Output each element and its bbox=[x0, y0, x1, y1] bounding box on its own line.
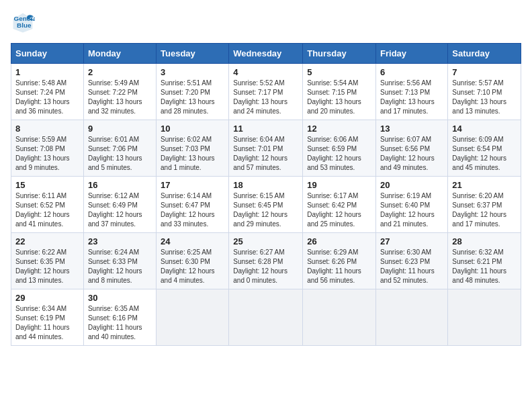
week-row-2: 8Sunrise: 5:59 AMSunset: 7:08 PMDaylight… bbox=[11, 120, 521, 177]
day-content: Sunrise: 6:17 AMSunset: 6:42 PMDaylight:… bbox=[307, 191, 371, 229]
day-number: 26 bbox=[307, 236, 371, 246]
column-header-wednesday: Wednesday bbox=[229, 44, 303, 64]
day-number: 7 bbox=[452, 67, 517, 77]
calendar-cell bbox=[376, 289, 448, 346]
day-number: 15 bbox=[15, 180, 79, 190]
day-content: Sunrise: 6:30 AMSunset: 6:23 PMDaylight:… bbox=[380, 248, 443, 285]
calendar-cell: 10Sunrise: 6:02 AMSunset: 7:03 PMDayligh… bbox=[157, 120, 229, 177]
calendar-cell: 16Sunrise: 6:12 AMSunset: 6:49 PMDayligh… bbox=[83, 177, 156, 233]
column-header-tuesday: Tuesday bbox=[157, 44, 229, 64]
calendar-cell: 30Sunrise: 6:35 AMSunset: 6:16 PMDayligh… bbox=[83, 289, 156, 346]
day-content: Sunrise: 5:59 AMSunset: 7:08 PMDaylight:… bbox=[15, 135, 79, 173]
calendar-table: SundayMondayTuesdayWednesdayThursdayFrid… bbox=[11, 43, 521, 346]
day-number: 19 bbox=[307, 180, 371, 190]
day-content: Sunrise: 6:20 AMSunset: 6:37 PMDaylight:… bbox=[452, 191, 517, 229]
calendar-cell: 24Sunrise: 6:25 AMSunset: 6:30 PMDayligh… bbox=[157, 233, 229, 289]
day-number: 5 bbox=[307, 67, 371, 77]
calendar-cell: 29Sunrise: 6:34 AMSunset: 6:19 PMDayligh… bbox=[11, 289, 84, 346]
day-number: 10 bbox=[161, 124, 224, 134]
day-content: Sunrise: 6:02 AMSunset: 7:03 PMDaylight:… bbox=[161, 135, 224, 173]
day-content: Sunrise: 6:19 AMSunset: 6:40 PMDaylight:… bbox=[380, 191, 443, 229]
day-number: 25 bbox=[233, 236, 298, 246]
calendar-cell: 2Sunrise: 5:49 AMSunset: 7:22 PMDaylight… bbox=[83, 64, 156, 120]
day-content: Sunrise: 5:56 AMSunset: 7:13 PMDaylight:… bbox=[380, 79, 443, 116]
calendar-cell: 28Sunrise: 6:32 AMSunset: 6:21 PMDayligh… bbox=[448, 233, 521, 289]
day-content: Sunrise: 6:01 AMSunset: 7:06 PMDaylight:… bbox=[88, 135, 152, 173]
calendar-header-row: SundayMondayTuesdayWednesdayThursdayFrid… bbox=[11, 44, 521, 64]
day-number: 16 bbox=[88, 180, 152, 190]
day-number: 8 bbox=[15, 124, 79, 134]
calendar-cell: 20Sunrise: 6:19 AMSunset: 6:40 PMDayligh… bbox=[376, 177, 448, 233]
day-content: Sunrise: 6:12 AMSunset: 6:49 PMDaylight:… bbox=[88, 191, 152, 229]
day-number: 6 bbox=[380, 67, 443, 77]
day-number: 11 bbox=[233, 124, 298, 134]
day-content: Sunrise: 6:04 AMSunset: 7:01 PMDaylight:… bbox=[233, 135, 298, 173]
calendar-cell: 9Sunrise: 6:01 AMSunset: 7:06 PMDaylight… bbox=[83, 120, 156, 177]
calendar-cell: 23Sunrise: 6:24 AMSunset: 6:33 PMDayligh… bbox=[83, 233, 156, 289]
calendar-cell: 15Sunrise: 6:11 AMSunset: 6:52 PMDayligh… bbox=[11, 177, 84, 233]
day-number: 4 bbox=[233, 67, 298, 77]
day-content: Sunrise: 6:15 AMSunset: 6:45 PMDaylight:… bbox=[233, 191, 298, 229]
day-number: 3 bbox=[161, 67, 224, 77]
day-content: Sunrise: 6:32 AMSunset: 6:21 PMDaylight:… bbox=[452, 248, 517, 285]
calendar-cell: 3Sunrise: 5:51 AMSunset: 7:20 PMDaylight… bbox=[157, 64, 229, 120]
day-content: Sunrise: 5:51 AMSunset: 7:20 PMDaylight:… bbox=[161, 79, 224, 116]
calendar-cell: 18Sunrise: 6:15 AMSunset: 6:45 PMDayligh… bbox=[229, 177, 303, 233]
day-content: Sunrise: 6:07 AMSunset: 6:56 PMDaylight:… bbox=[380, 135, 443, 173]
calendar-cell bbox=[303, 289, 376, 346]
day-number: 12 bbox=[307, 124, 371, 134]
week-row-4: 22Sunrise: 6:22 AMSunset: 6:35 PMDayligh… bbox=[11, 233, 521, 289]
day-number: 30 bbox=[88, 293, 152, 303]
day-content: Sunrise: 6:06 AMSunset: 6:59 PMDaylight:… bbox=[307, 135, 371, 173]
calendar-cell: 12Sunrise: 6:06 AMSunset: 6:59 PMDayligh… bbox=[303, 120, 376, 177]
column-header-monday: Monday bbox=[83, 44, 156, 64]
header: General Blue bbox=[11, 11, 521, 35]
calendar-cell: 21Sunrise: 6:20 AMSunset: 6:37 PMDayligh… bbox=[448, 177, 521, 233]
day-number: 1 bbox=[15, 67, 79, 77]
day-number: 20 bbox=[380, 180, 443, 190]
day-content: Sunrise: 6:35 AMSunset: 6:16 PMDaylight:… bbox=[88, 304, 152, 342]
svg-text:Blue: Blue bbox=[17, 21, 32, 29]
column-header-friday: Friday bbox=[376, 44, 448, 64]
day-content: Sunrise: 5:54 AMSunset: 7:15 PMDaylight:… bbox=[307, 79, 371, 116]
day-number: 21 bbox=[452, 180, 517, 190]
day-number: 29 bbox=[15, 293, 79, 303]
day-content: Sunrise: 5:57 AMSunset: 7:10 PMDaylight:… bbox=[452, 79, 517, 116]
column-header-thursday: Thursday bbox=[303, 44, 376, 64]
day-number: 9 bbox=[88, 124, 152, 134]
day-number: 24 bbox=[161, 236, 224, 246]
calendar-cell: 8Sunrise: 5:59 AMSunset: 7:08 PMDaylight… bbox=[11, 120, 84, 177]
day-content: Sunrise: 6:29 AMSunset: 6:26 PMDaylight:… bbox=[307, 248, 371, 285]
calendar-cell: 6Sunrise: 5:56 AMSunset: 7:13 PMDaylight… bbox=[376, 64, 448, 120]
day-content: Sunrise: 5:49 AMSunset: 7:22 PMDaylight:… bbox=[88, 79, 152, 116]
calendar-cell: 27Sunrise: 6:30 AMSunset: 6:23 PMDayligh… bbox=[376, 233, 448, 289]
day-number: 17 bbox=[161, 180, 224, 190]
day-number: 13 bbox=[380, 124, 443, 134]
day-number: 2 bbox=[88, 67, 152, 77]
calendar-cell: 14Sunrise: 6:09 AMSunset: 6:54 PMDayligh… bbox=[448, 120, 521, 177]
calendar-cell bbox=[157, 289, 229, 346]
day-number: 28 bbox=[452, 236, 517, 246]
calendar-cell: 4Sunrise: 5:52 AMSunset: 7:17 PMDaylight… bbox=[229, 64, 303, 120]
day-content: Sunrise: 5:48 AMSunset: 7:24 PMDaylight:… bbox=[15, 79, 79, 116]
day-content: Sunrise: 6:27 AMSunset: 6:28 PMDaylight:… bbox=[233, 248, 298, 285]
calendar-cell bbox=[229, 289, 303, 346]
calendar-cell: 26Sunrise: 6:29 AMSunset: 6:26 PMDayligh… bbox=[303, 233, 376, 289]
logo-icon: General Blue bbox=[11, 11, 35, 35]
column-header-saturday: Saturday bbox=[448, 44, 521, 64]
day-content: Sunrise: 6:24 AMSunset: 6:33 PMDaylight:… bbox=[88, 248, 152, 285]
day-number: 23 bbox=[88, 236, 152, 246]
column-header-sunday: Sunday bbox=[11, 44, 84, 64]
calendar-cell: 7Sunrise: 5:57 AMSunset: 7:10 PMDaylight… bbox=[448, 64, 521, 120]
day-content: Sunrise: 5:52 AMSunset: 7:17 PMDaylight:… bbox=[233, 79, 298, 116]
day-number: 22 bbox=[15, 236, 79, 246]
day-content: Sunrise: 6:14 AMSunset: 6:47 PMDaylight:… bbox=[161, 191, 224, 229]
day-content: Sunrise: 6:34 AMSunset: 6:19 PMDaylight:… bbox=[15, 304, 79, 342]
calendar-cell: 19Sunrise: 6:17 AMSunset: 6:42 PMDayligh… bbox=[303, 177, 376, 233]
day-number: 18 bbox=[233, 180, 298, 190]
calendar-cell bbox=[448, 289, 521, 346]
day-content: Sunrise: 6:11 AMSunset: 6:52 PMDaylight:… bbox=[15, 191, 79, 229]
calendar-cell: 17Sunrise: 6:14 AMSunset: 6:47 PMDayligh… bbox=[157, 177, 229, 233]
day-number: 27 bbox=[380, 236, 443, 246]
week-row-5: 29Sunrise: 6:34 AMSunset: 6:19 PMDayligh… bbox=[11, 289, 521, 346]
